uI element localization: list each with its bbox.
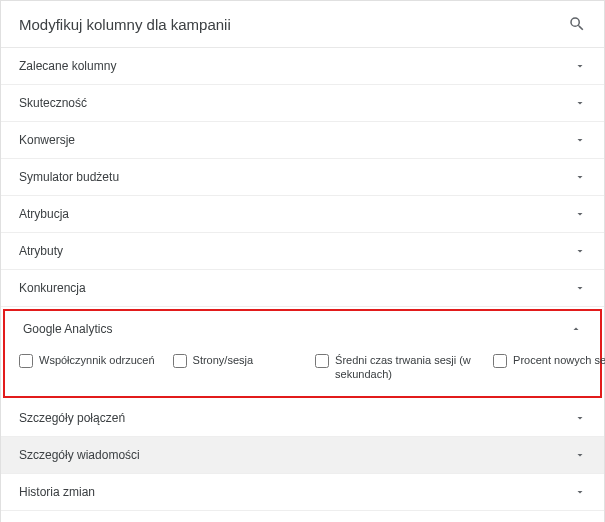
search-icon[interactable] — [568, 15, 586, 33]
option-label: Średni czas trwania sesji (w sekundach) — [335, 353, 475, 382]
section-label: Symulator budżetu — [19, 170, 119, 184]
section-atrybuty[interactable]: Atrybuty — [1, 233, 604, 270]
modify-columns-panel: Modyfikuj kolumny dla kampanii Zalecane … — [0, 0, 605, 522]
section-symulator-budzetu[interactable]: Symulator budżetu — [1, 159, 604, 196]
section-google-analytics-highlighted: Google Analytics Współczynnik odrzuceń S… — [3, 309, 602, 398]
section-szczegoly-wiadomosci[interactable]: Szczegóły wiadomości — [1, 437, 604, 474]
chevron-down-icon — [574, 486, 586, 498]
section-label: Skuteczność — [19, 96, 87, 110]
option-label: Strony/sesja — [193, 353, 254, 367]
option-sredni-czas-trwania[interactable]: Średni czas trwania sesji (w sekundach) — [315, 353, 475, 382]
section-historia-zmian[interactable]: Historia zmian — [1, 474, 604, 511]
checkbox-sredni-czas-trwania[interactable] — [315, 354, 329, 368]
chevron-up-icon — [570, 323, 582, 335]
panel-title: Modyfikuj kolumny dla kampanii — [19, 16, 231, 33]
section-kolumny-niestandardowe[interactable]: Kolumny niestandardowe — [1, 511, 604, 522]
section-label: Zalecane kolumny — [19, 59, 116, 73]
panel-header: Modyfikuj kolumny dla kampanii — [1, 1, 604, 48]
section-label: Szczegóły połączeń — [19, 411, 125, 425]
chevron-down-icon — [574, 412, 586, 424]
section-label: Atrybuty — [19, 244, 63, 258]
option-label: Procent nowych sesji — [513, 353, 605, 367]
chevron-down-icon — [574, 282, 586, 294]
checkbox-procent-nowych-sesji[interactable] — [493, 354, 507, 368]
checkbox-wspolczynnik-odrzucen[interactable] — [19, 354, 33, 368]
option-label: Współczynnik odrzuceń — [39, 353, 155, 367]
chevron-down-icon — [574, 208, 586, 220]
section-label: Szczegóły wiadomości — [19, 448, 140, 462]
ga-options-row: Współczynnik odrzuceń Strony/sesja Średn… — [5, 347, 600, 396]
section-zalecane-kolumny[interactable]: Zalecane kolumny — [1, 48, 604, 85]
section-skutecznosc[interactable]: Skuteczność — [1, 85, 604, 122]
chevron-down-icon — [574, 97, 586, 109]
section-google-analytics[interactable]: Google Analytics — [5, 311, 600, 347]
chevron-down-icon — [574, 171, 586, 183]
chevron-down-icon — [574, 134, 586, 146]
section-label: Konwersje — [19, 133, 75, 147]
chevron-down-icon — [574, 60, 586, 72]
section-konkurencja[interactable]: Konkurencja — [1, 270, 604, 307]
option-strony-sesja[interactable]: Strony/sesja — [173, 353, 254, 382]
section-szczegoly-polaczen[interactable]: Szczegóły połączeń — [1, 400, 604, 437]
section-label: Historia zmian — [19, 485, 95, 499]
chevron-down-icon — [574, 245, 586, 257]
option-procent-nowych-sesji[interactable]: Procent nowych sesji — [493, 353, 605, 382]
section-atrybucja[interactable]: Atrybucja — [1, 196, 604, 233]
section-label: Atrybucja — [19, 207, 69, 221]
option-wspolczynnik-odrzucen[interactable]: Współczynnik odrzuceń — [19, 353, 155, 382]
section-label: Konkurencja — [19, 281, 86, 295]
section-konwersje[interactable]: Konwersje — [1, 122, 604, 159]
section-label: Google Analytics — [23, 322, 112, 336]
checkbox-strony-sesja[interactable] — [173, 354, 187, 368]
chevron-down-icon — [574, 449, 586, 461]
